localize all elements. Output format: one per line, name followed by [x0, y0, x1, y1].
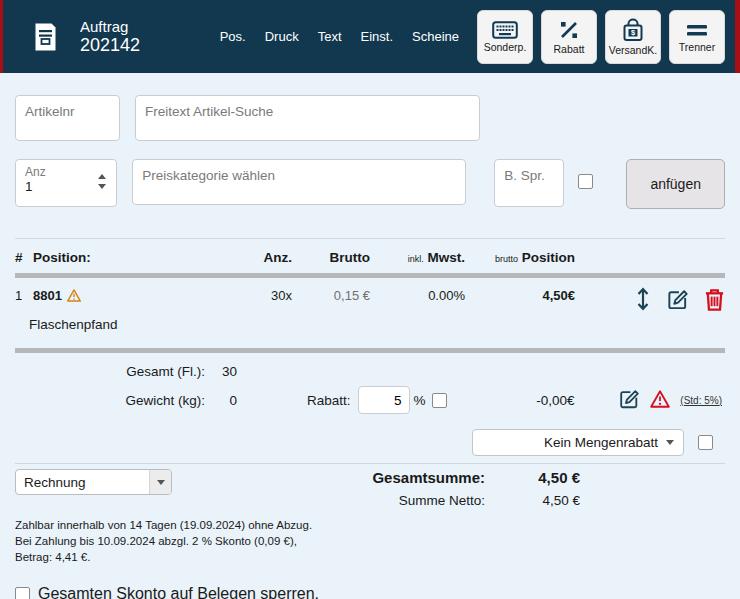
anfuegen-button[interactable]: anfügen: [626, 159, 725, 209]
header-menu: Pos. Druck Text Einst. Scheine: [220, 29, 459, 44]
col-hash: #: [15, 250, 33, 265]
terms-line-1: Zahlbar innerhalb von 14 Tagen (19.09.20…: [15, 517, 725, 533]
mengenrabatt-selected: Kein Mengenrabatt: [544, 435, 658, 450]
col-brutto: Brutto: [292, 250, 370, 265]
trenner-label: Trenner: [679, 41, 715, 53]
article-search-row: [15, 95, 725, 141]
row-mwst: 0.00%: [370, 288, 465, 303]
summary-section: Rechnung Gesamtsumme: 4,50 € Summe Netto…: [15, 469, 725, 508]
rabatt-edit-icon[interactable]: [618, 388, 640, 413]
chevron-down-icon: [666, 440, 674, 445]
row-position-total: 4,50€: [465, 288, 575, 303]
page-title: Auftrag 202142: [80, 18, 140, 56]
gewicht-value: 0: [205, 393, 237, 408]
skonto-lock-row: Gesamten Skonto auf Belegen sperren.: [15, 585, 725, 599]
sonderpreis-label: Sonderp.: [484, 41, 527, 53]
article-name: Flaschenpfand: [15, 311, 725, 348]
mengenrabatt-checkbox[interactable]: [698, 435, 713, 450]
mengenrabatt-select[interactable]: Kein Mengenrabatt: [472, 429, 684, 456]
netto-label: Summe Netto:: [185, 493, 485, 508]
gesamtsumme-label: Gesamtsumme:: [185, 469, 485, 486]
row-actions: [575, 287, 725, 311]
rabatt-unit: %: [414, 393, 426, 408]
divider-summary: [15, 463, 725, 464]
rabatt-input[interactable]: [358, 386, 410, 414]
spinner-up-icon[interactable]: [98, 174, 106, 179]
spinner-down-icon[interactable]: [98, 184, 106, 189]
col-mwst: inkl. Mwst.: [370, 250, 465, 265]
gesamtsumme-value: 4,50 €: [485, 469, 580, 486]
versandkosten-label: VersandK.: [609, 44, 657, 56]
title-label: Auftrag: [80, 18, 140, 35]
bspr-input[interactable]: [494, 159, 564, 207]
rabatt-amount: -0,00€: [447, 393, 575, 408]
menu-item-text[interactable]: Text: [318, 29, 342, 44]
select-dropdown-button[interactable]: [149, 470, 171, 494]
mengenrabatt-row: Kein Mengenrabatt: [15, 429, 725, 456]
rabatt-checkbox[interactable]: [432, 393, 447, 408]
delete-icon[interactable]: [704, 288, 725, 311]
positions-header: # Position: Anz. Brutto inkl. Mwst. brut…: [15, 239, 725, 273]
col-position: Position:: [33, 250, 242, 265]
quantity-row: Anz anfügen: [15, 159, 725, 209]
row-article: 8801: [33, 287, 242, 303]
payment-terms: Zahlbar innerhalb von 14 Tagen (19.09.20…: [15, 517, 725, 565]
move-updown-icon[interactable]: [635, 287, 651, 311]
freitext-search-input[interactable]: [135, 95, 480, 141]
menu-item-druck[interactable]: Druck: [265, 29, 299, 44]
sonderpreis-button[interactable]: Sonderp.: [477, 10, 533, 64]
document-type-select[interactable]: Rechnung: [15, 469, 172, 495]
order-window: Auftrag 202142 Pos. Druck Text Einst. Sc…: [0, 0, 740, 599]
document-type-selected: Rechnung: [16, 475, 149, 490]
chevron-down-icon: [157, 480, 165, 485]
article-warning-icon[interactable]: [67, 289, 81, 305]
keyboard-icon: [492, 21, 518, 39]
anz-label: Anz: [25, 165, 107, 179]
preiskategorie-input[interactable]: [132, 159, 466, 205]
rabatt-warning-icon[interactable]: [650, 390, 670, 411]
row-brutto: 0,15 €: [292, 288, 370, 303]
menu-item-scheine[interactable]: Scheine: [412, 29, 459, 44]
skonto-lock-label: Gesamten Skonto auf Belegen sperren.: [38, 585, 319, 599]
header-bar: Auftrag 202142 Pos. Druck Text Einst. Sc…: [0, 0, 740, 73]
menu-item-einst[interactable]: Einst.: [361, 29, 394, 44]
versandkosten-button[interactable]: $ VersandK.: [605, 10, 661, 64]
gesamt-label: Gesamt (Fl.):: [15, 364, 205, 379]
gesamt-value: 30: [205, 364, 237, 379]
article-number: 8801: [33, 288, 62, 303]
gewicht-label: Gewicht (kg):: [15, 393, 205, 408]
terms-line-3: Betrag: 4,41 €.: [15, 549, 725, 565]
header-buttons: Sonderp. Rabatt: [477, 10, 725, 64]
col-pos-total: brutto Position: [465, 250, 575, 265]
row-anz: 30x: [242, 288, 292, 303]
divider-row: [15, 348, 725, 353]
netto-value: 4,50 €: [485, 493, 580, 508]
rabatt-field-label: Rabatt:: [307, 393, 351, 408]
rabatt-label: Rabatt: [554, 43, 585, 55]
shipping-bag-icon: $: [622, 18, 644, 42]
order-number: 202142: [80, 35, 140, 56]
edit-icon[interactable]: [666, 288, 689, 311]
document-icon: [33, 22, 58, 52]
percent-icon: [558, 19, 580, 41]
rabatt-std-link[interactable]: (Std: 5%): [680, 395, 722, 406]
separator-icon: [685, 21, 709, 39]
bspr-checkbox[interactable]: [578, 174, 593, 189]
skonto-lock-checkbox[interactable]: [15, 587, 30, 599]
artikelnr-input[interactable]: [15, 95, 120, 141]
trenner-button[interactable]: Trenner: [669, 10, 725, 64]
position-row: 1 8801 30x 0,15 € 0.00% 4,50€: [15, 278, 725, 348]
row-index: 1: [15, 288, 33, 303]
anz-value-input[interactable]: [25, 179, 85, 194]
terms-line-2: Bei Zahlung bis 10.09.2024 abzgl. 2 % Sk…: [15, 533, 725, 549]
rabatt-button[interactable]: Rabatt: [541, 10, 597, 64]
quantity-stepper[interactable]: Anz: [15, 159, 117, 207]
spinner-arrows: [98, 174, 106, 189]
totals-section: Gesamt (Fl.): 30 Gewicht (kg): 0 Rabatt:…: [15, 364, 725, 456]
menu-item-pos[interactable]: Pos.: [220, 29, 246, 44]
title-block: Auftrag 202142: [33, 18, 140, 56]
col-anz: Anz.: [242, 250, 292, 265]
